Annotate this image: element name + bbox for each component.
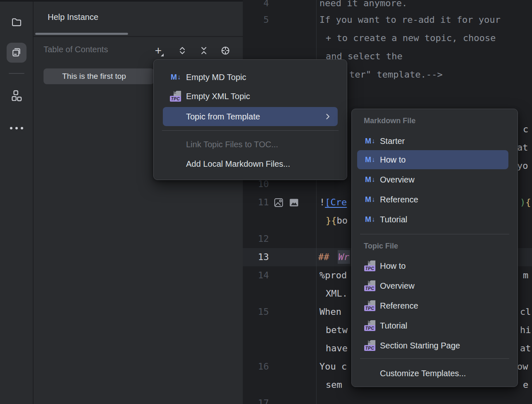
code-line: }{bo: [326, 212, 348, 230]
submenu-item-tpc-tutorial[interactable]: TPC Tutorial: [352, 317, 517, 334]
submenu-item-tpc-how-to[interactable]: TPC How to: [352, 258, 517, 274]
markdown-link-token: [Cre: [325, 197, 347, 207]
expand-all-button[interactable]: [176, 44, 189, 57]
code-fragment: yo: [517, 157, 528, 175]
submenu-item-label: How to: [380, 155, 406, 165]
menu-item-label: Link Topic Files to TOC...: [186, 140, 278, 149]
line-number-current: 13: [243, 248, 269, 266]
code-token: ): [520, 197, 525, 207]
code-line: XML.: [326, 285, 348, 303]
toc-tree-item-label: This is the first top: [44, 68, 154, 84]
submenu-item-md-reference[interactable]: M↓ Reference: [352, 191, 517, 208]
folder-icon: [11, 16, 22, 29]
topic-file-icon: TPC: [364, 280, 376, 292]
menu-item-empty-xml-topic[interactable]: TPC Empty XML Topic: [154, 88, 347, 105]
toc-tree-item-selected[interactable]: This is the first top: [44, 68, 154, 84]
submenu-item-tpc-overview[interactable]: TPC Overview: [352, 277, 517, 294]
code-fragment: cl: [520, 303, 531, 321]
menu-item-topic-from-template[interactable]: Topic from Template: [163, 107, 338, 126]
panel-separator: [34, 36, 243, 37]
code-line: + to create a new topic, choose: [326, 29, 496, 47]
topic-file-icon: TPC: [364, 260, 376, 272]
topic-file-icon: TPC: [169, 90, 182, 102]
code-token: bo: [337, 215, 348, 226]
submenu-item-md-how-to[interactable]: M↓ How to: [357, 150, 508, 169]
code-line: ter" template.-->: [349, 66, 443, 84]
code-line: You c: [319, 358, 347, 376]
toc-section-title: Table of Contents: [44, 45, 108, 54]
menu-item-label: Topic from Template: [186, 112, 260, 122]
more-tool-windows-button[interactable]: [7, 118, 27, 138]
code-fragment: ow: [517, 358, 528, 376]
submenu-item-tpc-section-starting-page[interactable]: TPC Section Starting Page: [352, 337, 517, 354]
code-line: When: [319, 303, 341, 321]
menu-item-label: Empty MD Topic: [186, 73, 246, 82]
code-fragment: ){: [520, 193, 531, 212]
line-number: 12: [243, 230, 269, 248]
submenu-item-md-tutorial[interactable]: M↓ Tutorial: [352, 211, 517, 228]
image-preview-icon[interactable]: [288, 197, 300, 210]
submenu-item-label: How to: [380, 261, 406, 271]
submenu-item-label: Starter: [380, 136, 405, 146]
add-topic-context-menu: M↓ Empty MD Topic TPC Empty XML Topic To…: [153, 59, 347, 180]
activity-bar: [0, 2, 33, 404]
menu-item-label: Empty XML Topic: [186, 92, 250, 101]
structure-icon: [11, 90, 22, 103]
markdown-file-icon: M↓: [364, 213, 376, 226]
menu-item-add-local-markdown[interactable]: Add Local Markdown Files...: [154, 156, 347, 172]
topic-file-icon: TPC: [364, 319, 376, 332]
add-topic-button[interactable]: +: [152, 44, 164, 57]
line-number: 16: [243, 358, 269, 376]
code-token: !: [319, 197, 325, 207]
structure-tool-button[interactable]: [7, 86, 27, 106]
locate-in-toc-button[interactable]: [219, 44, 232, 57]
topic-file-icon: TPC: [364, 339, 376, 352]
submenu-separator: [360, 234, 509, 234]
code-fragment: m: [523, 266, 528, 285]
menu-item-link-topic-files: Link Topic Files to TOC...: [154, 136, 347, 152]
code-fragment: at: [520, 339, 531, 358]
code-line: If you want to re-add it for your: [319, 11, 501, 29]
line-number: 14: [243, 266, 269, 285]
activity-bar-divider: [9, 73, 24, 74]
instances-tool-button[interactable]: [7, 43, 27, 63]
line-number: 17: [243, 394, 269, 404]
submenu-separator: [360, 358, 509, 359]
submenu-item-customize-templates[interactable]: Customize Templates...: [352, 365, 517, 382]
markdown-file-icon: M↓: [169, 71, 182, 83]
submenu-item-label: Reference: [380, 195, 418, 204]
line-number: 11: [243, 193, 269, 212]
ide-window: Help Instance Table of Contents +: [0, 0, 532, 404]
code-fragment: c: [523, 120, 528, 139]
code-token: {: [525, 197, 531, 207]
markdown-file-icon: M↓: [364, 193, 376, 206]
project-folder-button[interactable]: [7, 13, 27, 33]
line-number: 15: [243, 303, 269, 321]
submenu-item-md-starter[interactable]: M↓ Starter: [352, 133, 517, 149]
submenu-item-label: Overview: [380, 281, 414, 291]
panel-title: Help Instance: [48, 12, 98, 22]
submenu-item-label: Section Starting Page: [380, 341, 460, 350]
menu-item-label: Add Local Markdown Files...: [186, 159, 290, 169]
image-outline-icon[interactable]: [273, 197, 284, 210]
submenu-item-md-overview[interactable]: M↓ Overview: [352, 171, 517, 188]
code-line: betw: [326, 321, 348, 339]
code-line: ![Cre: [319, 193, 347, 212]
code-line: have: [326, 339, 348, 358]
submenu-item-label: Tutorial: [380, 215, 407, 224]
topic-file-icon: TPC: [364, 299, 376, 312]
target-icon: [220, 46, 230, 56]
dropdown-corner-icon: [161, 54, 164, 56]
collapse-all-icon: [199, 46, 208, 56]
menu-item-empty-md-topic[interactable]: M↓ Empty MD Topic: [154, 69, 347, 85]
submenu-section-header: Markdown File: [364, 115, 513, 127]
submenu-item-tpc-reference[interactable]: TPC Reference: [352, 297, 517, 314]
line-number: 5: [243, 11, 269, 29]
submenu-item-label: Reference: [380, 301, 418, 311]
collapse-all-button[interactable]: [198, 44, 210, 57]
submenu-item-label: Overview: [380, 175, 414, 185]
code-token: }{: [326, 215, 337, 226]
heading-text-token: Wr: [338, 250, 351, 264]
expand-all-icon: [178, 46, 187, 56]
gutter-image-icons: [273, 197, 300, 210]
